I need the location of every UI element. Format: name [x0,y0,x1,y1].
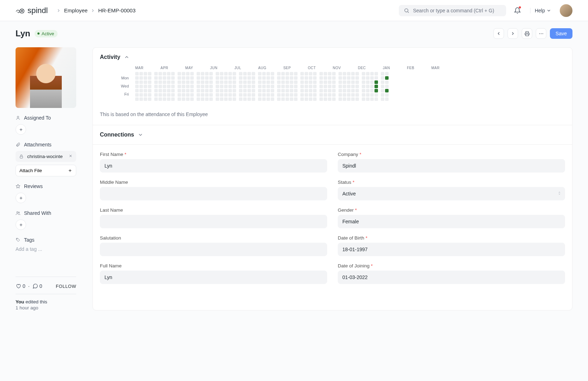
heatmap-cell [309,85,312,88]
heatmap-cell [332,85,336,88]
prev-button[interactable] [493,28,504,39]
heatmap-cell [158,97,162,101]
full-name-input[interactable] [100,271,327,284]
heatmap-cell [154,93,158,97]
tag-input[interactable]: Add a tag ... [16,246,76,252]
heatmap-cell [178,76,181,80]
heatmap-cell [286,93,289,97]
gender-input[interactable] [338,215,565,228]
next-button[interactable] [508,28,518,39]
heatmap-cell [355,93,359,97]
app-logo[interactable]: spindl [16,6,48,15]
heatmap-cell [178,93,181,97]
heatmap-cell [281,89,285,92]
first-name-input[interactable] [100,159,327,173]
connections-section-header[interactable]: Connections [100,132,565,138]
remove-attachment-button[interactable] [68,154,73,159]
heatmap-cell [258,89,262,92]
activity-section-header[interactable]: Activity [100,54,565,60]
heatmap-cell [190,85,194,88]
heatmap-cell [290,76,293,80]
add-share-button[interactable] [16,219,26,230]
heatmap-cell [182,76,185,80]
heatmap-cell [144,93,147,97]
heatmap-cell [319,72,323,75]
heatmap-cell [186,80,190,84]
heatmap-cell [154,72,158,75]
heatmap-cell [286,85,289,88]
heatmap-cell [309,89,312,92]
plus-icon [68,168,72,173]
user-avatar[interactable] [560,4,572,17]
status-label: Status * [338,180,565,185]
tag-icon [16,237,20,242]
middle-name-input[interactable] [100,187,327,200]
attachment-item[interactable]: christina-wocinte [16,151,76,162]
heatmap-cell [266,89,270,92]
help-dropdown[interactable]: Help [530,8,551,13]
heatmap-cell [313,93,317,97]
plus-icon [19,127,23,132]
notification-dot [519,6,521,8]
company-input[interactable] [338,159,565,173]
heatmap-cell [271,76,274,80]
search-input[interactable] [413,8,501,13]
search-box[interactable] [399,5,506,16]
add-review-button[interactable] [16,193,26,203]
heatmap-cell [148,72,151,75]
save-button[interactable]: Save [550,28,572,39]
heatmap-cell [205,93,209,97]
profile-photo[interactable] [16,47,76,108]
heatmap-cell [347,89,350,92]
heatmap-cell [144,72,147,75]
doj-input[interactable] [338,271,565,284]
heatmap-cell [224,93,228,97]
breadcrumb: Employee HR-EMP-00003 [56,7,136,13]
heatmap-cell [362,72,365,75]
heatmap-cell [313,80,317,84]
top-header: spindl Employee HR-EMP-00003 Help [0,0,588,21]
attachments-label: Attachments [24,142,52,147]
heatmap-cell [305,76,308,80]
heatmap-cell [347,97,350,101]
status-select[interactable] [338,187,565,200]
heatmap-cell [290,97,293,101]
select-caret-icon [557,190,562,197]
follow-button[interactable]: FOLLOW [56,284,76,289]
heatmap-cell [266,85,270,88]
heatmap-month-label: MAR [431,66,440,70]
heatmap-cell [135,76,139,80]
heatmap-cell [313,89,317,92]
heatmap-cell [277,85,281,88]
heatmap-cell [347,72,350,75]
last-name-input[interactable] [100,215,327,228]
heatmap-cell [228,89,232,92]
print-button[interactable] [522,28,532,39]
attach-file-button[interactable]: Attach File [16,165,76,176]
heatmap-cell [294,72,298,75]
heatmap-cell [300,85,304,88]
heatmap-cell [362,76,365,80]
heatmap-cell [135,93,139,97]
breadcrumb-emp-id[interactable]: HR-EMP-00003 [98,7,136,13]
add-assignee-button[interactable] [16,124,26,135]
heatmap-cell [243,85,247,88]
heatmap-cell [362,85,365,88]
heatmap-cell [178,89,181,92]
likes-count[interactable]: 0 [16,283,25,289]
heatmap-cell [347,85,350,88]
heatmap-cell [182,85,185,88]
salutation-input[interactable] [100,243,327,256]
more-button[interactable] [536,28,546,39]
doj-label: Date of Joining * [338,263,565,268]
heatmap-cell [201,80,204,84]
activity-heatmap: MARAPRMAYJUNJULAUGSEPOCTNOVDECJANFEBMAR … [100,60,565,119]
heatmap-cell [216,80,219,84]
heatmap-cell [139,93,143,97]
dob-input[interactable] [338,243,565,256]
breadcrumb-employee[interactable]: Employee [64,7,88,13]
heatmap-cell [277,93,281,97]
comments-count[interactable]: 0 [32,283,42,289]
notifications-button[interactable] [512,5,523,16]
heatmap-cell [163,76,166,80]
